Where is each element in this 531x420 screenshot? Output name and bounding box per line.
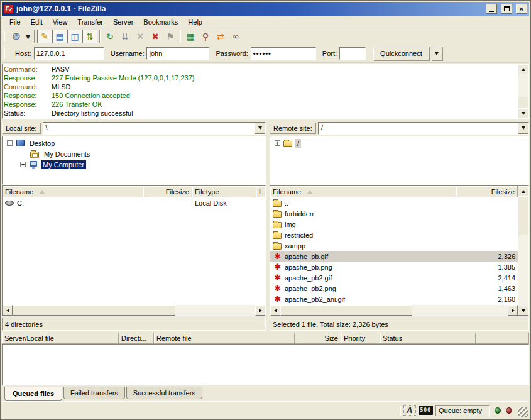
toggle-local-tree-button[interactable]: ▤ xyxy=(52,30,67,43)
scroll-track[interactable] xyxy=(13,305,255,316)
remote-site-dropdown-button[interactable] xyxy=(518,123,528,134)
column-header[interactable]: Remote file xyxy=(154,333,295,344)
column-header[interactable]: Priority xyxy=(341,333,380,344)
remote-file-row[interactable]: ✱apache_pb.png 1,385 xyxy=(270,262,518,272)
host-input[interactable] xyxy=(34,47,104,60)
site-manager-dropdown[interactable]: ▾ xyxy=(24,30,32,43)
synchronized-browsing-button[interactable]: ⇄ xyxy=(213,30,228,43)
expand-icon[interactable]: + xyxy=(275,140,280,146)
tree-item-label[interactable]: My Documents xyxy=(42,150,92,158)
speed-limits-indicator[interactable]: 500 xyxy=(419,406,433,415)
toggle-remote-tree-button[interactable]: ◫ xyxy=(67,30,82,43)
tree-item-my-documents[interactable]: My Documents xyxy=(3,148,265,159)
remote-file-row[interactable]: ✱apache_pb2.png 1,463 xyxy=(270,283,518,294)
tree-item-my-computer[interactable]: + My Computer xyxy=(3,159,265,170)
remote-folder-row[interactable]: xampp xyxy=(270,240,518,251)
tree-item-label[interactable]: Desktop xyxy=(28,139,57,148)
scroll-thumb[interactable] xyxy=(518,97,528,108)
remote-folder-row[interactable]: forbidden xyxy=(270,208,518,219)
scroll-up-button[interactable] xyxy=(518,186,528,196)
local-drive-row[interactable]: C: Local Disk xyxy=(3,197,265,208)
toggle-message-log-button[interactable]: ✎ xyxy=(37,30,52,43)
column-header[interactable]: Filename xyxy=(3,186,143,197)
minimize-button[interactable] xyxy=(486,4,497,14)
remote-vertical-scrollbar[interactable] xyxy=(518,186,528,316)
column-header[interactable]: Directi... xyxy=(119,333,154,344)
column-header[interactable]: Filesize xyxy=(456,186,518,197)
menu-item[interactable]: Edit xyxy=(26,17,48,27)
expand-icon[interactable]: + xyxy=(20,162,26,167)
remote-site-path[interactable]: / xyxy=(319,123,518,134)
quickconnect-button[interactable]: Quickconnect xyxy=(373,47,429,60)
tree-item-label[interactable]: My Computer xyxy=(41,160,86,169)
find-files-button[interactable]: ∞ xyxy=(228,30,243,43)
menu-item[interactable]: Bookmarks xyxy=(138,17,183,27)
remote-file-row[interactable]: ✱apache_pb.gif 2,326 xyxy=(270,251,518,262)
scroll-up-button[interactable] xyxy=(518,64,528,74)
collapse-icon[interactable]: − xyxy=(7,140,13,146)
username-input[interactable] xyxy=(146,47,209,60)
quickconnect-gripper[interactable] xyxy=(4,48,6,59)
cancel-operation-button[interactable]: ✕ xyxy=(133,30,148,43)
menu-item[interactable]: Help xyxy=(183,17,207,27)
port-input[interactable] xyxy=(339,47,366,60)
scroll-down-button[interactable] xyxy=(518,306,528,316)
column-header[interactable]: Filetype xyxy=(192,186,256,197)
directory-comparison-button[interactable]: ⚲ xyxy=(198,30,213,43)
menu-item[interactable]: View xyxy=(48,17,73,27)
local-site-path[interactable]: \ xyxy=(43,123,255,134)
local-site-dropdown-button[interactable] xyxy=(255,123,265,134)
resize-grip[interactable] xyxy=(518,407,528,417)
scroll-down-button[interactable] xyxy=(518,108,528,118)
data-type-indicator[interactable]: A xyxy=(403,405,416,416)
remote-folder-row[interactable]: .. xyxy=(270,197,518,208)
menu-item[interactable]: Transfer xyxy=(72,17,108,27)
local-site-combobox[interactable]: \ xyxy=(43,122,266,135)
column-header[interactable]: Filename xyxy=(270,186,456,197)
menu-item[interactable]: Server xyxy=(108,17,138,27)
disconnect-button[interactable]: ✖ xyxy=(148,30,163,43)
remote-file-row[interactable]: ✱apache_pb2_ani.gif 2,160 xyxy=(270,294,518,304)
scroll-thumb[interactable] xyxy=(13,305,175,316)
column-header[interactable]: Filesize xyxy=(143,186,192,197)
toolbar-gripper[interactable] xyxy=(4,31,6,42)
remote-folder-row[interactable]: img xyxy=(270,219,518,229)
local-horizontal-scrollbar[interactable] xyxy=(3,305,265,316)
scroll-right-button[interactable] xyxy=(255,305,265,316)
log-scrollbar[interactable] xyxy=(518,64,528,118)
title-bar[interactable]: Fz john@127.0.0.1 - FileZilla ✕ xyxy=(2,2,529,16)
process-queue-button[interactable]: ⇊ xyxy=(118,30,133,43)
scroll-track[interactable] xyxy=(518,196,528,306)
scroll-left-button[interactable] xyxy=(270,305,280,316)
remote-site-combobox[interactable]: / xyxy=(318,122,529,135)
column-header[interactable]: Size xyxy=(295,333,341,344)
scroll-thumb[interactable] xyxy=(518,196,528,235)
scroll-right-button[interactable] xyxy=(508,305,518,316)
remote-file-row[interactable]: ✱apache_pb2.gif 2,414 xyxy=(270,272,518,283)
queue-body[interactable] xyxy=(2,344,529,385)
refresh-button[interactable]: ↻ xyxy=(102,30,118,43)
tree-item-root[interactable]: + / xyxy=(270,138,528,148)
open-site-manager-button[interactable]: ⛃ xyxy=(9,30,24,43)
password-input[interactable] xyxy=(251,47,316,60)
maximize-button[interactable] xyxy=(501,4,512,14)
tab-successful-transfers[interactable]: Successful transfers xyxy=(126,387,202,399)
tree-item-desktop[interactable]: − Desktop xyxy=(3,138,265,148)
tree-item-label[interactable]: / xyxy=(295,139,301,148)
column-header[interactable]: L xyxy=(256,186,265,197)
toggle-transfer-queue-button[interactable]: ⇅ xyxy=(82,30,97,43)
filename-filters-button[interactable]: ▦ xyxy=(183,30,198,43)
close-button[interactable]: ✕ xyxy=(516,4,527,14)
menu-item[interactable]: File xyxy=(4,17,26,27)
tab-queued-files[interactable]: Queued files xyxy=(4,387,62,401)
scroll-left-button[interactable] xyxy=(3,305,13,316)
reconnect-button[interactable]: ⚑ xyxy=(163,30,178,43)
remote-folder-row[interactable]: restricted xyxy=(270,229,518,240)
column-header[interactable] xyxy=(476,333,529,344)
scroll-track[interactable] xyxy=(280,305,508,316)
quickconnect-dropdown-button[interactable] xyxy=(432,47,442,60)
remote-horizontal-scrollbar[interactable] xyxy=(270,305,518,316)
scroll-track[interactable] xyxy=(518,74,528,108)
column-header[interactable]: Server/Local file xyxy=(2,333,119,344)
scroll-thumb[interactable] xyxy=(280,305,412,316)
